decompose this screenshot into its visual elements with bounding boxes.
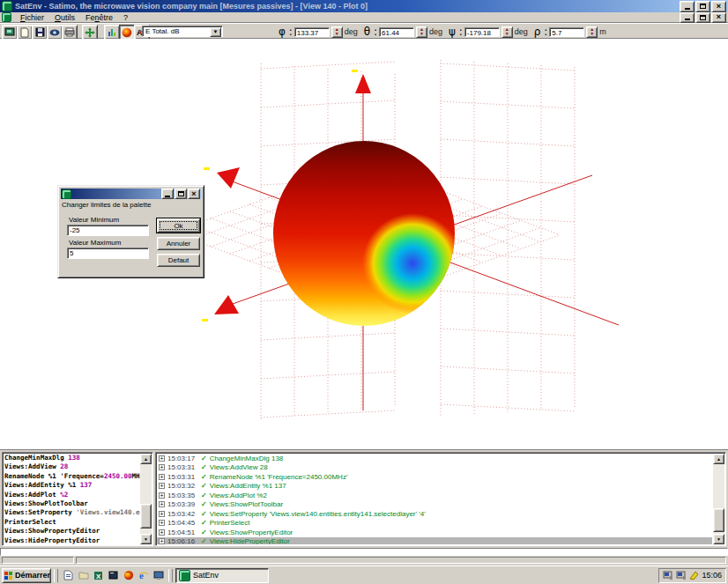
log-line: Views:ShowPlotToolbar bbox=[4, 499, 140, 508]
event-row[interactable]: +15:06:16✓Views:HidePropertyEditor bbox=[157, 537, 712, 545]
quicklaunch-folder-icon[interactable] bbox=[77, 569, 90, 582]
menu-?[interactable]: ? bbox=[118, 13, 133, 22]
command-input[interactable] bbox=[0, 548, 728, 556]
default-button[interactable]: Defaut bbox=[157, 254, 200, 267]
new-view-button[interactable] bbox=[2, 25, 18, 40]
dialog-restore-button[interactable] bbox=[175, 189, 187, 199]
tray-clock: 15:06 bbox=[702, 571, 722, 580]
event-row[interactable]: +15:03:42✓Views:SetProperty 'Views.view1… bbox=[157, 509, 712, 519]
event-text: Views:AddPlot %2 bbox=[210, 492, 267, 499]
dialog-minimize-button[interactable] bbox=[161, 189, 174, 199]
command-log-panel[interactable]: ChangeMinMaxDlg 138Views:AddView 28Renam… bbox=[2, 452, 153, 546]
expand-icon[interactable]: + bbox=[159, 501, 165, 507]
tray-utility-icon[interactable] bbox=[689, 571, 699, 580]
spinner-icon[interactable]: ▲▼ bbox=[331, 26, 343, 38]
angle-value-input[interactable]: -179.18 bbox=[464, 27, 500, 37]
event-time: 15:03:42 bbox=[167, 510, 198, 518]
toolbar-grip[interactable] bbox=[54, 569, 58, 582]
min-label: Valeur Minimum bbox=[69, 216, 119, 224]
save-button[interactable] bbox=[32, 25, 48, 40]
event-time: 15:03:31 bbox=[167, 473, 198, 481]
event-row[interactable]: +15:03:32✓Views:AddEntity %1 137 bbox=[157, 482, 712, 492]
expand-icon[interactable]: + bbox=[159, 474, 165, 480]
expand-icon[interactable]: + bbox=[159, 529, 165, 536]
event-row[interactable]: +15:03:39✓Views:ShowPlotToolbar bbox=[157, 500, 712, 510]
sphere-plot-button[interactable] bbox=[119, 25, 135, 40]
quicklaunch-document-icon[interactable] bbox=[62, 569, 75, 582]
spinner-icon[interactable]: ▲▼ bbox=[586, 26, 598, 38]
dialog-titlebar[interactable]: × bbox=[61, 189, 201, 199]
check-icon: ✓ bbox=[201, 519, 207, 527]
check-icon: ✓ bbox=[201, 537, 207, 544]
mdi-child-icon[interactable] bbox=[2, 12, 11, 22]
event-row[interactable]: +15:04:45✓PrinterSelect bbox=[157, 519, 712, 529]
cancel-button[interactable]: Annuler bbox=[157, 237, 200, 250]
expand-icon[interactable]: + bbox=[159, 483, 165, 489]
menu-fichier[interactable]: Fichier bbox=[15, 13, 49, 22]
mdi-close-button[interactable]: × bbox=[711, 12, 726, 23]
scroll-up-icon: ▲ bbox=[713, 454, 724, 464]
event-row[interactable]: +15:04:51✓Views:ShowPropertyEditor bbox=[157, 528, 712, 537]
expand-icon[interactable]: + bbox=[159, 520, 165, 526]
field-select-combo[interactable]: E Total. dB ▼ bbox=[142, 26, 223, 37]
bar-plot-button[interactable] bbox=[104, 25, 120, 40]
min-value-input[interactable] bbox=[67, 225, 149, 236]
quicklaunch-excel-icon[interactable]: X bbox=[92, 569, 105, 582]
expand-icon[interactable]: + bbox=[159, 492, 165, 499]
move-arrows-icon bbox=[85, 27, 95, 38]
event-text: RenameNode %1 'Frequence=2450.00MHz' bbox=[210, 473, 348, 481]
preview-button[interactable] bbox=[47, 25, 63, 40]
angle-value-input[interactable]: 61.44 bbox=[379, 27, 414, 37]
event-row[interactable]: +15:03:17✓ChangeMinMaxDlg 138 bbox=[157, 454, 712, 463]
printer-icon bbox=[64, 27, 75, 37]
mdi-minimize-button[interactable] bbox=[680, 12, 695, 23]
event-text: Views:ShowPlotToolbar bbox=[210, 500, 283, 508]
max-value-input[interactable] bbox=[67, 248, 149, 259]
taskbar-satenv-button[interactable]: SatEnv bbox=[175, 568, 269, 583]
quicklaunch-ie-icon[interactable]: e bbox=[137, 569, 150, 582]
new-document-button[interactable] bbox=[17, 25, 33, 40]
start-button[interactable]: Démarrer bbox=[2, 568, 51, 583]
restore-button[interactable] bbox=[695, 1, 710, 12]
command-log-scrollbar[interactable]: ▲ ▼ bbox=[140, 454, 152, 544]
expand-icon[interactable]: + bbox=[159, 511, 165, 517]
menu-bar: FichierOutilsFenêtre? × bbox=[0, 12, 728, 23]
screen-icon bbox=[4, 27, 15, 37]
quicklaunch-desktop-icon[interactable] bbox=[152, 569, 165, 582]
angle-value-input[interactable]: 133.37 bbox=[294, 27, 330, 37]
event-time: 15:06:16 bbox=[167, 537, 198, 544]
event-log-scrollbar[interactable]: ▲ ▼ bbox=[713, 454, 724, 544]
print-button[interactable] bbox=[62, 25, 78, 40]
expand-icon[interactable]: + bbox=[159, 464, 165, 470]
quicklaunch-firefox-icon[interactable] bbox=[122, 569, 135, 582]
event-log-panel[interactable]: +15:03:17✓ChangeMinMaxDlg 138+15:03:31✓V… bbox=[155, 452, 726, 546]
status-cell-left bbox=[2, 557, 74, 564]
toolbar-grip[interactable] bbox=[168, 569, 173, 582]
status-cell-main bbox=[76, 557, 726, 564]
close-button[interactable]: × bbox=[711, 1, 726, 12]
menu-fentre[interactable]: Fenêtre bbox=[80, 13, 118, 22]
minimize-button[interactable] bbox=[680, 1, 695, 12]
event-row[interactable]: +15:03:31✓RenameNode %1 'Frequence=2450.… bbox=[157, 472, 712, 482]
combo-dropdown-icon[interactable]: ▼ bbox=[210, 27, 221, 37]
spinner-icon[interactable]: ▲▼ bbox=[501, 26, 513, 38]
mdi-restore-button[interactable] bbox=[695, 12, 710, 23]
expand-icon[interactable]: + bbox=[159, 455, 165, 462]
quicklaunch-console-icon[interactable] bbox=[107, 569, 120, 582]
command-log: ChangeMinMaxDlg 138Views:AddView 28Renam… bbox=[4, 454, 140, 544]
event-row[interactable]: +15:03:31✓Views:AddView 28 bbox=[157, 463, 712, 473]
expand-icon[interactable]: + bbox=[159, 538, 165, 544]
ok-button[interactable]: Ok bbox=[157, 218, 200, 233]
toolbar: A E Total. dB ▼ φ :133.37▲▼degθ :61.44▲▼… bbox=[0, 23, 728, 39]
event-row[interactable]: +15:03:35✓Views:AddPlot %2 bbox=[157, 491, 712, 500]
network-icon-2[interactable] bbox=[676, 571, 687, 580]
move-view-button[interactable] bbox=[82, 25, 98, 40]
angle-fields: φ :133.37▲▼degθ :61.44▲▼degψ :-179.18▲▼d… bbox=[279, 24, 606, 40]
event-text: Views:AddView 28 bbox=[210, 463, 268, 471]
spinner-icon[interactable]: ▲▼ bbox=[416, 26, 427, 38]
dialog-close-button[interactable]: × bbox=[188, 189, 200, 199]
log-line: Views:HidePropertyEditor bbox=[4, 536, 140, 544]
network-icon-1[interactable] bbox=[663, 571, 673, 580]
menu-outils[interactable]: Outils bbox=[49, 13, 80, 22]
angle-value-input[interactable]: 5.7 bbox=[549, 27, 584, 37]
